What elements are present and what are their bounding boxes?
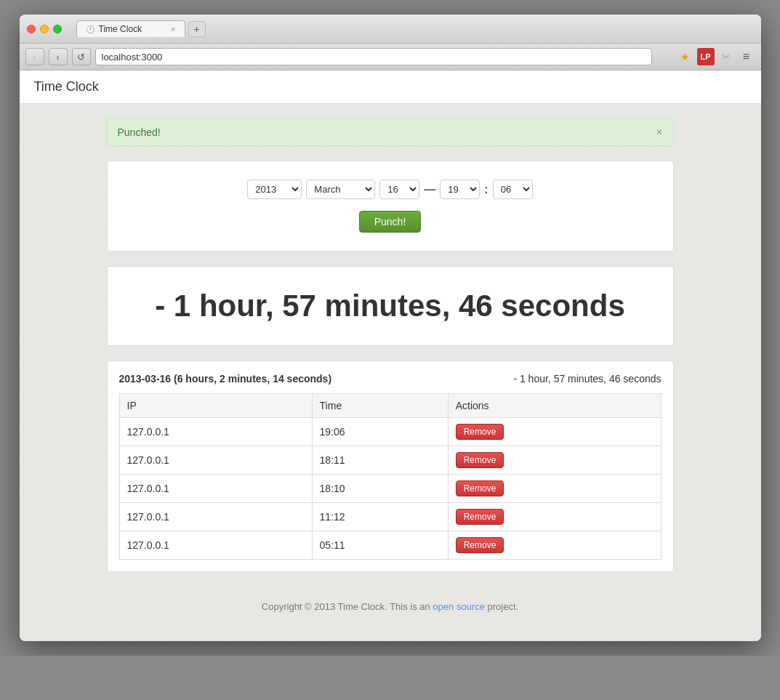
- remove-button[interactable]: Remove: [456, 480, 504, 496]
- punched-alert: Punched! ×: [107, 118, 674, 146]
- footer-text-after: project.: [485, 601, 518, 612]
- maximize-button[interactable]: [53, 25, 62, 33]
- records-total: - 1 hour, 57 minutes, 46 seconds: [513, 373, 661, 385]
- cell-actions: Remove: [448, 503, 661, 531]
- active-tab[interactable]: 🕐 Time Clock ×: [76, 20, 185, 37]
- table-row: 127.0.0.111:12Remove: [119, 503, 661, 531]
- cell-actions: Remove: [448, 531, 661, 560]
- page-title: Time Clock: [34, 79, 747, 94]
- cell-actions: Remove: [448, 418, 661, 446]
- page-header: Time Clock: [20, 71, 761, 104]
- records-container: 2013-03-16 (6 hours, 2 minutes, 14 secon…: [107, 361, 674, 572]
- dash-separator: —: [424, 183, 435, 196]
- column-ip: IP: [119, 394, 312, 418]
- remove-button[interactable]: Remove: [456, 509, 504, 525]
- timer-display: - 1 hour, 57 minutes, 46 seconds: [129, 289, 651, 323]
- tab-bar: 🕐 Time Clock × +: [76, 20, 754, 37]
- menu-icon[interactable]: ≡: [738, 48, 755, 65]
- colon-separator: :: [484, 183, 488, 196]
- table-row: 127.0.0.105:11Remove: [119, 531, 661, 560]
- table-row: 127.0.0.118:10Remove: [119, 475, 661, 503]
- tab-title: Time Clock: [99, 24, 142, 34]
- cell-ip: 127.0.0.1: [119, 446, 312, 475]
- tab-close-button[interactable]: ×: [171, 25, 175, 33]
- punch-inputs: 2013 2012 2011 January February March Ap…: [126, 180, 655, 199]
- footer-link[interactable]: open source: [433, 601, 485, 612]
- alert-message: Punched!: [118, 126, 161, 138]
- tab-favicon: 🕐: [86, 25, 95, 33]
- browser-toolbar: ‹ › ↺ ☆ ★ LP ✂ ≡: [20, 44, 761, 71]
- cell-time: 18:10: [312, 475, 448, 503]
- table-body: 127.0.0.119:06Remove127.0.0.118:11Remove…: [119, 418, 661, 560]
- remove-button[interactable]: Remove: [456, 537, 504, 553]
- table-header-row: IP Time Actions: [119, 394, 661, 418]
- page-footer: Copyright © 2013 Time Clock. This is an …: [107, 587, 674, 627]
- bookmark-star-icon[interactable]: ☆: [656, 48, 674, 65]
- page-body: Punched! × 2013 2012 2011 January Februa…: [20, 104, 761, 641]
- minimize-button[interactable]: [40, 25, 49, 33]
- punch-form-container: 2013 2012 2011 January February March Ap…: [107, 161, 674, 252]
- cell-ip: 127.0.0.1: [119, 503, 312, 531]
- traffic-lights: [27, 25, 62, 33]
- remove-button[interactable]: Remove: [456, 424, 504, 440]
- browser-titlebar: 🕐 Time Clock × +: [20, 15, 761, 44]
- lastpass-icon[interactable]: LP: [697, 48, 715, 65]
- minute-select[interactable]: 0001020304 0506070809 1011121314 1516171…: [493, 180, 533, 199]
- records-header: 2013-03-16 (6 hours, 2 minutes, 14 secon…: [119, 373, 662, 385]
- punch-button[interactable]: Punch!: [359, 211, 422, 233]
- alert-close-button[interactable]: ×: [656, 126, 662, 138]
- cell-actions: Remove: [448, 446, 661, 475]
- toolbar-icons: ☆ ★ LP ✂ ≡: [656, 48, 755, 65]
- forward-button[interactable]: ›: [49, 48, 68, 65]
- page-content: Time Clock Punched! × 2013 2012 2011 Jan…: [20, 71, 761, 641]
- cell-ip: 127.0.0.1: [119, 475, 312, 503]
- hour-select[interactable]: 0102030405 0607080910 1112131415 1617181…: [440, 180, 480, 199]
- browser-window: 🕐 Time Clock × + ‹ › ↺ ☆ ★ LP ✂ ≡ Time C…: [20, 15, 761, 641]
- table-row: 127.0.0.118:11Remove: [119, 446, 661, 475]
- column-time: Time: [312, 394, 448, 418]
- timer-container: - 1 hour, 57 minutes, 46 seconds: [107, 266, 674, 346]
- address-bar[interactable]: [95, 48, 652, 65]
- back-button[interactable]: ‹: [25, 48, 44, 65]
- cell-time: 11:12: [312, 503, 448, 531]
- extension-icon[interactable]: ✂: [717, 48, 735, 65]
- year-select[interactable]: 2013 2012 2011: [247, 180, 302, 199]
- cell-time: 19:06: [312, 418, 448, 446]
- records-date: 2013-03-16 (6 hours, 2 minutes, 14 secon…: [119, 373, 332, 385]
- column-actions: Actions: [448, 394, 661, 418]
- records-table: IP Time Actions 127.0.0.119:06Remove127.…: [119, 393, 662, 560]
- cell-actions: Remove: [448, 475, 661, 503]
- refresh-button[interactable]: ↺: [72, 48, 91, 65]
- cell-ip: 127.0.0.1: [119, 531, 312, 560]
- cell-time: 18:11: [312, 446, 448, 475]
- table-head: IP Time Actions: [119, 394, 661, 418]
- bookmark-icon[interactable]: ★: [677, 48, 694, 65]
- cell-ip: 127.0.0.1: [119, 418, 312, 446]
- month-select[interactable]: January February March April May June Ju…: [306, 180, 375, 199]
- table-row: 127.0.0.119:06Remove: [119, 418, 661, 446]
- day-select[interactable]: 12345 678910 1112131415 1617181920 21222…: [379, 180, 419, 199]
- footer-text-before: Copyright © 2013 Time Clock. This is an: [262, 601, 433, 612]
- remove-button[interactable]: Remove: [456, 452, 504, 468]
- close-button[interactable]: [27, 25, 36, 33]
- new-tab-button[interactable]: +: [188, 21, 206, 37]
- cell-time: 05:11: [312, 531, 448, 560]
